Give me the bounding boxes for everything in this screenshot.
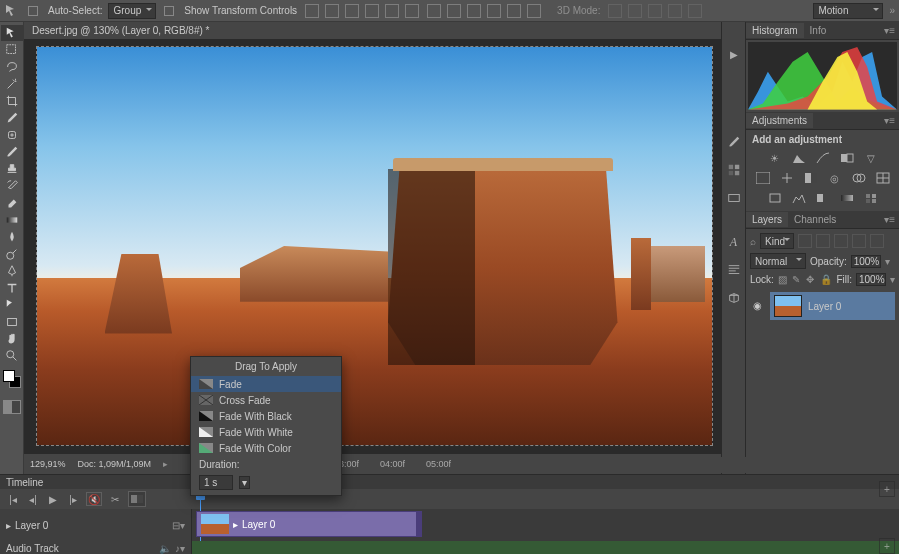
show-transform-group[interactable]: Show Transform Controls — [164, 5, 297, 16]
history-brush-tool[interactable] — [1, 178, 23, 194]
lock-transparency-icon[interactable]: ▨ — [778, 274, 788, 286]
type-tool[interactable] — [1, 280, 23, 296]
color-swatches[interactable] — [0, 370, 23, 394]
fill-arrow-icon[interactable]: ▾ — [890, 274, 895, 285]
timeline-track-lane[interactable]: ▸ Layer 0 — [192, 509, 899, 541]
info-tab[interactable]: Info — [804, 23, 833, 38]
gradient-map-icon[interactable] — [839, 191, 855, 205]
transition-option-fadecolor[interactable]: Fade With Color — [191, 440, 341, 456]
layers-menu-icon[interactable]: ▾≡ — [880, 214, 899, 225]
bw-icon[interactable] — [803, 171, 819, 185]
add-video-track-button[interactable]: + — [879, 481, 895, 497]
shape-tool[interactable] — [1, 314, 23, 330]
swatches-panel-icon[interactable] — [724, 160, 744, 180]
lock-position-icon[interactable]: ✥ — [806, 274, 816, 286]
pen-tool[interactable] — [1, 263, 23, 279]
zoom-value[interactable]: 129,91% — [30, 459, 66, 469]
photo-filter-icon[interactable]: ◎ — [827, 171, 843, 185]
color-lookup-icon[interactable] — [875, 171, 891, 185]
threshold-icon[interactable] — [815, 191, 831, 205]
transition-option-fadeblack[interactable]: Fade With Black — [191, 408, 341, 424]
blur-tool[interactable] — [1, 229, 23, 245]
path-tool[interactable] — [1, 297, 23, 313]
distribute-bottom-icon[interactable] — [467, 4, 481, 18]
align-left-icon[interactable] — [365, 4, 379, 18]
invert-icon[interactable] — [767, 191, 783, 205]
quick-mask-toggle[interactable] — [3, 400, 21, 414]
transition-button[interactable] — [128, 491, 146, 507]
curves-icon[interactable] — [815, 151, 831, 165]
eyedropper-tool[interactable] — [1, 110, 23, 126]
add-audio-track-button[interactable]: + — [879, 538, 895, 554]
play-button[interactable]: ▶ — [46, 492, 60, 506]
vibrance-icon[interactable]: ▽ — [863, 151, 879, 165]
track-expand-icon[interactable]: ▸ — [6, 520, 11, 531]
blend-mode-dropdown[interactable]: Normal — [750, 253, 806, 269]
3d-panel-icon[interactable] — [724, 288, 744, 308]
clip-expand-icon[interactable]: ▸ — [233, 519, 238, 530]
filter-adjust-icon[interactable] — [816, 234, 830, 248]
histogram-tab[interactable]: Histogram — [746, 23, 804, 38]
filter-kind-dropdown[interactable]: Kind — [760, 233, 794, 249]
distribute-hcenter-icon[interactable] — [507, 4, 521, 18]
next-frame-button[interactable]: |▸ — [66, 492, 80, 506]
lock-all-icon[interactable]: 🔒 — [820, 274, 832, 286]
document-tab[interactable]: Desert.jpg @ 130% (Layer 0, RGB/8#) * — [24, 22, 721, 40]
gradient-tool[interactable] — [1, 212, 23, 228]
transition-option-crossfade[interactable]: Cross Fade — [191, 392, 341, 408]
audio-mute-icon[interactable]: 🔈 — [159, 543, 171, 554]
clip-end-handle[interactable] — [416, 511, 422, 537]
adjustments-tab[interactable]: Adjustments — [746, 113, 813, 128]
workspace-dropdown[interactable]: Motion — [813, 3, 883, 19]
align-bottom-icon[interactable] — [345, 4, 359, 18]
audio-options-icon[interactable]: ♪▾ — [175, 543, 185, 554]
posterize-icon[interactable] — [791, 191, 807, 205]
paragraph-panel-icon[interactable] — [724, 260, 744, 280]
hand-tool[interactable] — [1, 331, 23, 347]
first-frame-button[interactable]: |◂ — [6, 492, 20, 506]
filter-pixel-icon[interactable] — [798, 234, 812, 248]
canvas[interactable] — [36, 46, 713, 446]
auto-select-group[interactable]: Auto-Select: Group — [28, 3, 156, 19]
align-right-icon[interactable] — [405, 4, 419, 18]
opacity-value[interactable]: 100% — [851, 255, 881, 268]
eraser-tool[interactable] — [1, 195, 23, 211]
distribute-top-icon[interactable] — [427, 4, 441, 18]
align-top-icon[interactable] — [305, 4, 319, 18]
fg-swatch[interactable] — [3, 370, 15, 382]
timeline-tab[interactable]: Timeline — [0, 475, 899, 489]
marquee-tool[interactable] — [1, 42, 23, 58]
brightness-icon[interactable]: ☀ — [767, 151, 783, 165]
character-panel-icon[interactable]: A — [724, 232, 744, 252]
opacity-arrow-icon[interactable]: ▾ — [885, 256, 890, 267]
mute-button[interactable]: 🔇 — [86, 492, 102, 506]
filter-smart-icon[interactable] — [870, 234, 884, 248]
filter-type-icon[interactable] — [834, 234, 848, 248]
dodge-tool[interactable] — [1, 246, 23, 262]
play-panel-icon[interactable]: ▶ — [724, 44, 744, 64]
layers-tab[interactable]: Layers — [746, 212, 788, 227]
filter-shape-icon[interactable] — [852, 234, 866, 248]
distribute-right-icon[interactable] — [527, 4, 541, 18]
auto-select-dropdown[interactable]: Group — [108, 3, 156, 19]
split-clip-button[interactable]: ✂ — [108, 492, 122, 506]
lasso-tool[interactable] — [1, 59, 23, 75]
crop-tool[interactable] — [1, 93, 23, 109]
channel-mixer-icon[interactable] — [851, 171, 867, 185]
show-transform-checkbox[interactable] — [164, 6, 174, 16]
distribute-vcenter-icon[interactable] — [447, 4, 461, 18]
exposure-icon[interactable] — [839, 151, 855, 165]
zoom-tool[interactable] — [1, 348, 23, 364]
duration-input[interactable]: 1 s — [199, 475, 233, 490]
layer-name[interactable]: Layer 0 — [808, 301, 841, 312]
histogram-menu-icon[interactable]: ▾≡ — [880, 25, 899, 36]
levels-icon[interactable] — [791, 151, 807, 165]
audio-track-lane[interactable] — [192, 541, 899, 554]
transition-option-fadewhite[interactable]: Fade With White — [191, 424, 341, 440]
styles-panel-icon[interactable] — [724, 188, 744, 208]
brush-panel-icon[interactable] — [724, 132, 744, 152]
status-arrow-icon[interactable]: ▸ — [163, 459, 168, 469]
layer-item-0[interactable]: Layer 0 — [770, 292, 895, 320]
hue-icon[interactable] — [755, 171, 771, 185]
layer-thumbnail[interactable] — [774, 295, 802, 317]
